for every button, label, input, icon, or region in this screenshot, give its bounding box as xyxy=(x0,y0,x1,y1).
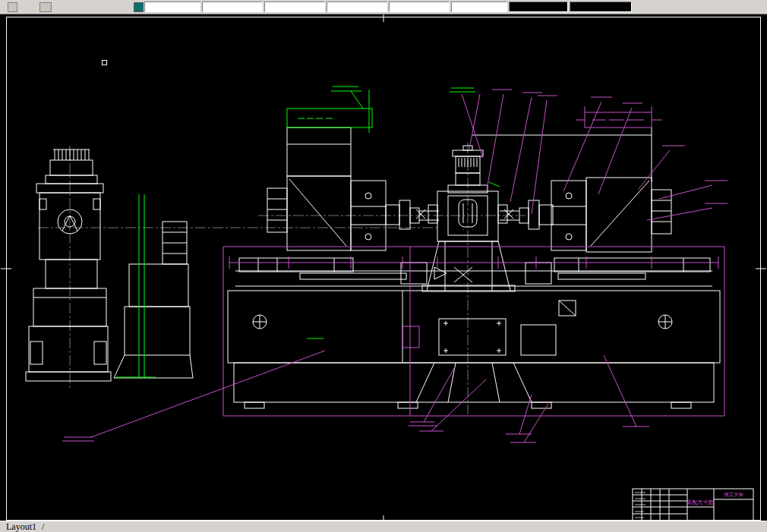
tab-separator: / xyxy=(42,521,44,532)
main-view-geometry[interactable] xyxy=(228,127,720,408)
toolbar-dropdown[interactable] xyxy=(451,2,507,12)
title-block-organization: 理工大学 xyxy=(724,492,744,497)
toolbar-dropdown[interactable] xyxy=(264,2,325,12)
title-block: 装配尺寸图 理工大学 xyxy=(633,489,753,521)
layout-tab[interactable]: Layout1 xyxy=(6,521,36,532)
cad-application-window: 装配尺寸图 理工大学 Layout1 / xyxy=(0,0,767,532)
title-block-drawing-title: 装配尺寸图 xyxy=(687,499,714,505)
color-swatch-icon[interactable] xyxy=(134,2,144,12)
tool-button-icon[interactable] xyxy=(39,2,52,12)
toolbar-dropdown-dark[interactable] xyxy=(509,2,568,12)
toolbar-dropdown[interactable] xyxy=(389,2,450,12)
dimension-lines[interactable] xyxy=(62,90,728,442)
toolbar-dropdown[interactable] xyxy=(327,2,387,12)
selection-grip[interactable] xyxy=(103,61,107,65)
toolbar-dropdown-dark[interactable] xyxy=(570,2,632,12)
left-view-geometry[interactable] xyxy=(26,150,193,381)
toolbar-dropdown[interactable] xyxy=(144,2,200,12)
top-toolbar xyxy=(0,0,767,14)
toolbar-dropdown[interactable] xyxy=(202,2,263,12)
layout-tab-bar: Layout1 / xyxy=(0,521,767,532)
drawing-canvas[interactable]: 装配尺寸图 理工大学 xyxy=(0,0,767,532)
app-icon[interactable] xyxy=(8,2,17,12)
